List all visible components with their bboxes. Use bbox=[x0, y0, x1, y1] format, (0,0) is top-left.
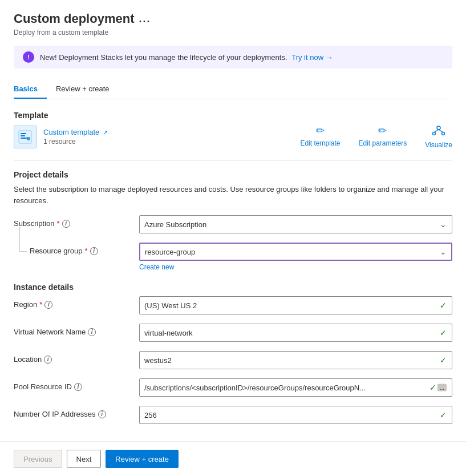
subscription-info-icon[interactable]: i bbox=[62, 220, 70, 228]
edit-parameters-button[interactable]: ✏ Edit parameters bbox=[358, 124, 407, 149]
template-section: Template Custom templat bbox=[14, 111, 452, 149]
location-select-wrapper: westus2 ✓ bbox=[139, 351, 452, 369]
pool-resource-id-control: /subscriptions/<subscriptionID>/resource… bbox=[139, 378, 452, 397]
subscription-control: Azure Subscription bbox=[139, 215, 452, 233]
svg-line-9 bbox=[439, 130, 443, 132]
previous-button[interactable]: Previous bbox=[14, 450, 62, 468]
pool-resource-id-label: Pool Resource ID i bbox=[14, 378, 139, 391]
template-name-link[interactable]: Custom template ↗ bbox=[43, 128, 108, 136]
template-section-title: Template bbox=[14, 111, 452, 120]
virtual-network-name-control: virtual-network ✓ bbox=[139, 324, 452, 342]
number-of-ip-addresses-valid-icon: ✓ bbox=[440, 410, 447, 419]
svg-rect-2 bbox=[21, 135, 25, 136]
resource-group-control: resource-group Create new bbox=[139, 243, 452, 271]
pool-resource-id-select[interactable]: /subscriptions/<subscriptionID>/resource… bbox=[139, 378, 452, 397]
location-row: Location i westus2 ✓ bbox=[14, 351, 452, 369]
virtual-network-select-wrapper: virtual-network ✓ bbox=[139, 324, 452, 342]
subscription-label: Subscription * i bbox=[14, 215, 139, 228]
virtual-network-name-select[interactable]: virtual-network bbox=[139, 324, 452, 342]
resource-group-select-wrapper: resource-group bbox=[139, 243, 452, 261]
location-info-icon[interactable]: i bbox=[44, 356, 52, 364]
divider-1 bbox=[14, 160, 452, 161]
svg-point-5 bbox=[437, 126, 440, 130]
region-select-wrapper: (US) West US 2 ✓ bbox=[139, 296, 452, 314]
visualize-icon bbox=[432, 124, 445, 139]
create-new-resource-group-link[interactable]: Create new bbox=[139, 263, 174, 271]
resource-group-info-icon[interactable]: i bbox=[90, 247, 98, 255]
region-select[interactable]: (US) West US 2 bbox=[139, 296, 452, 314]
tab-bar: Basics Review + create bbox=[14, 80, 452, 99]
deployment-stacks-banner: ! New! Deployment Stacks let you manage … bbox=[14, 46, 452, 68]
instance-details-section: Instance details Region * i (US) West US… bbox=[14, 283, 452, 424]
template-icon bbox=[14, 126, 37, 148]
project-details-section: Project details Select the subscription … bbox=[14, 170, 452, 271]
virtual-network-valid-icon: ✓ bbox=[440, 328, 447, 337]
location-control: westus2 ✓ bbox=[139, 351, 452, 369]
subscription-select-wrapper: Azure Subscription bbox=[139, 215, 452, 233]
number-of-ip-addresses-select[interactable]: 256 bbox=[139, 406, 452, 424]
visualize-button[interactable]: Visualize bbox=[425, 124, 452, 149]
number-of-ip-addresses-row: Number Of IP Addresses i 256 ✓ bbox=[14, 406, 452, 424]
resource-group-bracket: Resource group * i bbox=[14, 243, 139, 255]
virtual-network-name-label: Virtual Network Name i bbox=[14, 324, 139, 336]
project-details-title: Project details bbox=[14, 170, 452, 179]
svg-point-6 bbox=[433, 132, 436, 135]
svg-point-7 bbox=[442, 132, 445, 135]
tab-review-create[interactable]: Review + create bbox=[56, 80, 119, 99]
subscription-select[interactable]: Azure Subscription bbox=[139, 215, 452, 233]
pool-resource-id-overflow-indicator: ... bbox=[437, 384, 447, 392]
page-title: Custom deployment bbox=[14, 11, 134, 26]
banner-try-now-link[interactable]: Try it now → bbox=[291, 53, 333, 62]
banner-text: New! Deployment Stacks let you manage th… bbox=[40, 53, 333, 62]
edit-parameters-icon: ✏ bbox=[378, 124, 387, 137]
pool-resource-id-row: Pool Resource ID i /subscriptions/<subsc… bbox=[14, 378, 452, 397]
tab-basics[interactable]: Basics bbox=[14, 80, 47, 99]
pool-resource-id-select-wrapper: /subscriptions/<subscriptionID>/resource… bbox=[139, 378, 452, 397]
banner-icon: ! bbox=[23, 51, 34, 63]
region-label: Region * i bbox=[14, 296, 139, 309]
pool-resource-id-valid-icon: ✓ bbox=[429, 383, 436, 392]
subscription-required-star: * bbox=[57, 219, 60, 228]
virtual-network-name-info-icon[interactable]: i bbox=[88, 328, 96, 336]
region-required-star: * bbox=[39, 300, 42, 309]
number-of-ip-addresses-info-icon[interactable]: i bbox=[98, 410, 106, 418]
pool-resource-id-info-icon[interactable]: i bbox=[74, 383, 82, 391]
resource-group-required-star: * bbox=[85, 247, 88, 255]
resource-group-indent-row: Resource group * i resource-group Create… bbox=[14, 243, 452, 271]
location-select[interactable]: westus2 bbox=[139, 351, 452, 369]
edit-template-button[interactable]: ✏ Edit template bbox=[300, 124, 340, 149]
ellipsis-menu-button[interactable]: ... bbox=[139, 13, 151, 25]
location-label: Location i bbox=[14, 351, 139, 364]
svg-rect-1 bbox=[21, 133, 26, 134]
region-valid-icon: ✓ bbox=[440, 301, 447, 310]
resource-group-select[interactable]: resource-group bbox=[139, 243, 452, 261]
number-of-ip-addresses-select-wrapper: 256 ✓ bbox=[139, 406, 452, 424]
number-of-ip-addresses-label: Number Of IP Addresses i bbox=[14, 406, 139, 418]
next-button[interactable]: Next bbox=[67, 450, 102, 468]
footer: Previous Next Review + create bbox=[0, 441, 466, 476]
resource-group-label: Resource group * i bbox=[27, 243, 98, 255]
template-info: Custom template ↗ 1 resource bbox=[14, 126, 108, 148]
subscription-row: Subscription * i Azure Subscription bbox=[14, 215, 452, 233]
region-row: Region * i (US) West US 2 ✓ bbox=[14, 296, 452, 314]
review-create-button[interactable]: Review + create bbox=[106, 450, 179, 468]
template-actions: ✏ Edit template ✏ Edit parameters bbox=[300, 124, 452, 149]
svg-line-8 bbox=[435, 130, 439, 132]
svg-rect-3 bbox=[21, 138, 27, 139]
instance-details-title: Instance details bbox=[14, 283, 452, 292]
template-resource-count: 1 resource bbox=[43, 138, 108, 146]
virtual-network-name-row: Virtual Network Name i virtual-network ✓ bbox=[14, 324, 452, 342]
edit-template-icon: ✏ bbox=[316, 124, 325, 137]
project-details-description: Select the subscription to manage deploy… bbox=[14, 184, 452, 206]
location-valid-icon: ✓ bbox=[440, 356, 447, 365]
region-control: (US) West US 2 ✓ bbox=[139, 296, 452, 314]
svg-rect-4 bbox=[27, 137, 30, 140]
region-info-icon[interactable]: i bbox=[44, 301, 52, 309]
number-of-ip-addresses-control: 256 ✓ bbox=[139, 406, 452, 424]
page-subtitle: Deploy from a custom template bbox=[14, 29, 452, 37]
